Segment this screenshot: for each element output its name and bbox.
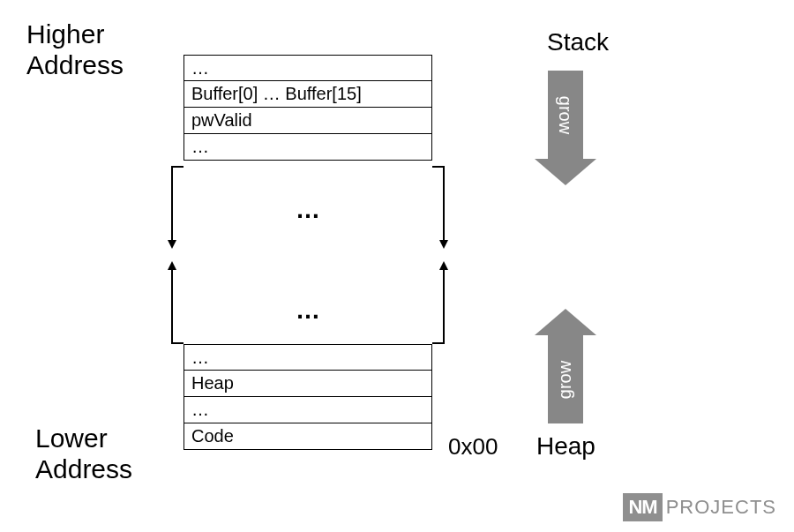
logo-nm: NM bbox=[623, 493, 662, 521]
ellipsis-icon: … bbox=[184, 296, 432, 325]
bracket-arrow-down-icon bbox=[432, 166, 445, 242]
logo-projects: PROJECTS bbox=[666, 496, 776, 519]
heap-code-table: … Heap … Code bbox=[184, 344, 432, 450]
higher-address-label: Higher Address bbox=[26, 19, 124, 80]
stack-label: Stack bbox=[547, 28, 609, 56]
ellipsis-icon: … bbox=[184, 196, 432, 224]
address-zero-label: 0x00 bbox=[448, 434, 498, 461]
stack-cell: … bbox=[184, 134, 432, 161]
stack-grow-arrow-icon: grow bbox=[535, 71, 596, 185]
stack-cell: … bbox=[184, 55, 432, 81]
memory-layout-diagram: Higher Address Lower Address 0x00 Stack … bbox=[0, 0, 794, 532]
grow-text: grow bbox=[556, 95, 576, 133]
heap-cell-heap: Heap bbox=[184, 371, 432, 397]
heap-label: Heap bbox=[536, 432, 596, 461]
bracket-arrow-down-icon bbox=[171, 166, 184, 242]
stack-cell-buffer: Buffer[0] … Buffer[15] bbox=[184, 81, 432, 108]
heap-grow-arrow-icon: grow bbox=[535, 309, 596, 423]
stack-frame-table: … Buffer[0] … Buffer[15] pwValid … bbox=[184, 55, 432, 161]
nmprojects-logo: NM PROJECTS bbox=[623, 493, 776, 521]
lower-address-label: Lower Address bbox=[35, 423, 132, 484]
bracket-arrow-up-icon bbox=[432, 268, 445, 344]
stack-cell-pwvalid: pwValid bbox=[184, 108, 432, 134]
heap-cell: … bbox=[184, 397, 432, 423]
bracket-arrow-up-icon bbox=[171, 268, 184, 344]
heap-cell: … bbox=[184, 344, 432, 371]
grow-text: grow bbox=[556, 360, 576, 398]
heap-cell-code: Code bbox=[184, 423, 432, 450]
